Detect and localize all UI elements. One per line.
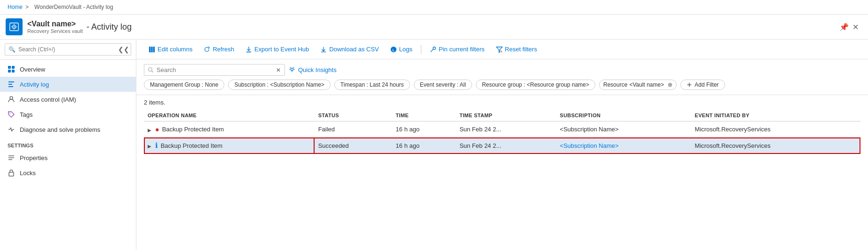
table-row[interactable]: ▶ ● Backup Protected Item Failed 16 h ag… (144, 121, 860, 137)
quick-insights-icon (289, 67, 295, 73)
breadcrumb: Home > WonderDemoVault - Activity log (0, 0, 868, 15)
svg-rect-10 (12, 70, 15, 73)
table-area: 2 items. OPERATION NAME STATUS TIME TIME… (136, 95, 868, 250)
sidebar-item-diagnose[interactable]: Diagnose and solve problems (0, 122, 136, 137)
svg-point-14 (10, 97, 13, 99)
reset-filters-label: Reset filters (505, 46, 537, 53)
col-event-initiated-by: EVENT INITIATED BY (691, 110, 860, 121)
vault-icon (6, 18, 23, 35)
sidebar-item-overview[interactable]: Overview (0, 62, 136, 77)
filter-tag-resource-clear[interactable]: ⊗ (668, 81, 672, 88)
export-event-hub-button[interactable]: Export to Event Hub (241, 43, 314, 55)
refresh-button[interactable]: Refresh (199, 43, 239, 55)
vault-svg (9, 22, 19, 32)
tags-icon (8, 111, 15, 118)
filter-tag-resource[interactable]: Resource <Vault name> ⊗ (599, 80, 677, 90)
sidebar-item-properties[interactable]: Properties (0, 150, 136, 165)
col-timestamp: TIME STAMP (456, 110, 556, 121)
locks-icon (8, 169, 15, 177)
refresh-icon (204, 46, 210, 53)
edit-columns-button[interactable]: Edit columns (144, 43, 197, 55)
svg-rect-7 (8, 66, 11, 69)
svg-rect-26 (151, 46, 153, 52)
row2-info-icon: ℹ (155, 141, 158, 150)
main-layout: 🔍 ❮❮ Overview Activity log (0, 40, 868, 250)
toolbar: Edit columns Refresh Export to Event Hub… (136, 40, 868, 59)
export-label: Export to Event Hub (254, 46, 309, 53)
filter-tag-subscription[interactable]: Subscription : <Subscription Name> (228, 80, 330, 90)
items-count: 2 items. (144, 99, 860, 106)
sidebar-item-tags[interactable]: Tags (0, 107, 136, 122)
close-button[interactable]: ✕ (851, 21, 860, 33)
pin-button[interactable]: 📌 (837, 21, 851, 33)
row1-event-initiated: Microsoft.RecoveryServices (691, 121, 860, 137)
diagnose-icon (8, 126, 15, 133)
search-clear-button[interactable]: ✕ (276, 67, 281, 73)
sidebar-search-input[interactable] (5, 43, 131, 56)
col-status: STATUS (315, 110, 392, 121)
sidebar-item-access-control[interactable]: Access control (IAM) (0, 92, 136, 107)
filter-tag-resource-group[interactable]: Resource group : <Resource group name> (476, 80, 595, 90)
col-subscription: SUBSCRIPTION (556, 110, 691, 121)
vault-name: <Vault name> (27, 20, 83, 28)
sidebar-item-diagnose-label: Diagnose and solve problems (20, 126, 100, 133)
filter-row-search: ✕ Quick Insights (144, 64, 860, 76)
activity-icon (8, 81, 15, 88)
row2-status: Succeeded (315, 137, 392, 154)
row2-expand-button[interactable]: ▶ (148, 144, 151, 149)
sidebar-search-icon: 🔍 (8, 46, 16, 53)
sidebar-item-activity-log[interactable]: Activity log (0, 77, 136, 92)
filter-tag-event-severity[interactable]: Event severity : All (414, 80, 472, 90)
pin-filters-button[interactable]: Pin current filters (425, 43, 489, 55)
row1-status: Failed (315, 121, 392, 137)
sidebar-search-container: 🔍 ❮❮ (0, 40, 136, 60)
overview-icon (8, 65, 15, 73)
col-operation-name: OPERATION NAME (144, 110, 315, 121)
vault-subtitle: Recovery Services vault (27, 28, 83, 34)
refresh-label: Refresh (213, 46, 234, 53)
breadcrumb-current: WonderDemoVault - Activity log (34, 4, 113, 10)
download-csv-button[interactable]: Download as CSV (316, 43, 384, 55)
table-row[interactable]: ▶ ℹ Backup Protected Item Succeeded 16 h… (144, 137, 860, 154)
activity-log-table: OPERATION NAME STATUS TIME TIME STAMP SU… (144, 110, 860, 154)
add-filter-button[interactable]: Add Filter (680, 80, 725, 90)
quick-insights-label: Quick Insights (298, 66, 337, 73)
svg-rect-8 (12, 66, 15, 69)
row1-subscription: <Subscription Name> (556, 121, 691, 137)
sidebar-item-overview-label: Overview (20, 66, 45, 73)
svg-rect-24 (9, 172, 14, 176)
filter-tag-subscription-label: Subscription : <Subscription Name> (234, 81, 324, 88)
svg-rect-11 (8, 81, 14, 82)
search-box: ✕ (144, 64, 285, 76)
row2-time: 16 h ago (392, 137, 456, 154)
sidebar: 🔍 ❮❮ Overview Activity log (0, 40, 136, 250)
sidebar-collapse-button[interactable]: ❮❮ (118, 46, 129, 53)
export-icon (245, 46, 252, 53)
search-icon (148, 67, 154, 73)
table-header-row: OPERATION NAME STATUS TIME TIME STAMP SU… (144, 110, 860, 121)
row1-expand-button[interactable]: ▶ (148, 128, 151, 133)
toolbar-separator (421, 45, 421, 54)
filter-tags-row: Management Group : None Subscription : <… (144, 80, 860, 90)
filter-tag-resource-key: Resource (603, 81, 627, 88)
col-time: TIME (392, 110, 456, 121)
filter-tag-timespan[interactable]: Timespan : Last 24 hours (334, 80, 410, 90)
filter-tag-management-label: Management Group : None (150, 81, 218, 88)
sidebar-item-locks[interactable]: Locks (0, 165, 136, 180)
reset-filters-button[interactable]: Reset filters (491, 43, 542, 55)
svg-rect-13 (8, 86, 13, 87)
quick-insights-button[interactable]: Quick Insights (289, 66, 337, 73)
search-input[interactable] (157, 66, 273, 73)
filter-tag-management-group[interactable]: Management Group : None (144, 80, 224, 90)
breadcrumb-separator: > (25, 4, 29, 10)
breadcrumb-home[interactable]: Home (8, 4, 23, 10)
logs-button[interactable]: L Logs (386, 43, 417, 55)
svg-line-42 (293, 67, 294, 68)
svg-point-39 (291, 68, 293, 70)
svg-rect-9 (8, 70, 11, 73)
svg-point-2 (14, 26, 15, 28)
row1-error-icon: ● (155, 125, 159, 133)
page-header: <Vault name> Recovery Services vault - A… (0, 15, 868, 40)
row2-subscription-link[interactable]: <Subscription Name> (560, 142, 619, 149)
sidebar-item-properties-label: Properties (20, 154, 47, 161)
